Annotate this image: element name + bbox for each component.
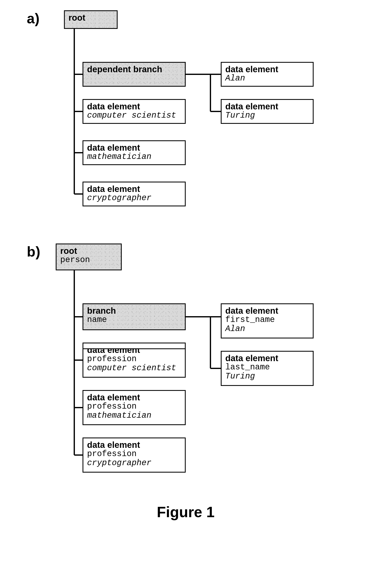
node-b-lastname xyxy=(82,342,186,349)
node-subtitle: last_name xyxy=(225,363,309,372)
node-a-root: root xyxy=(64,10,118,29)
node-a-lastname: data element Turing xyxy=(221,99,314,124)
node-value: cryptographer xyxy=(87,458,181,468)
figure-caption: Figure 1 xyxy=(157,504,214,520)
node-value: mathematician xyxy=(87,152,181,162)
node-subtitle: first_name xyxy=(225,315,309,324)
node-value: Turing xyxy=(225,372,309,381)
node-a-dependent-branch: dependent branch xyxy=(82,62,186,87)
node-subtitle: profession xyxy=(87,450,181,458)
node-b-lastname: data element last_name Turing xyxy=(221,351,314,386)
node-title: data element xyxy=(87,393,181,402)
node-value: Alan xyxy=(225,74,309,83)
node-b-prof-mathematician: data element profession mathematician xyxy=(82,390,186,425)
node-value: mathematician xyxy=(87,411,181,420)
node-title: data element xyxy=(225,102,309,111)
node-b-firstname: data element first_name Alan xyxy=(221,303,314,338)
node-a-prof-mathematician: data element mathematician xyxy=(82,140,186,165)
node-title: data element xyxy=(87,143,181,152)
node-b-root: root person xyxy=(56,244,122,270)
node-title: data element xyxy=(87,184,181,194)
node-title: data element xyxy=(225,354,309,363)
diagram-canvas: a) root dependent branch data element co… xyxy=(0,0,392,583)
node-subtitle: name xyxy=(87,315,181,324)
node-title: data element xyxy=(225,65,309,74)
node-subtitle: profession xyxy=(87,354,181,364)
node-value: computer scientist xyxy=(87,111,181,120)
node-a-prof-cryptographer: data element cryptographer xyxy=(82,182,186,206)
node-value: Turing xyxy=(225,111,309,120)
node-value: Alan xyxy=(225,324,309,334)
node-title: branch xyxy=(87,306,181,315)
node-subtitle: profession xyxy=(87,402,181,411)
node-value: cryptographer xyxy=(87,194,181,203)
node-a-prof-computer-scientist: data element computer scientist xyxy=(82,99,186,124)
node-title: root xyxy=(60,246,117,256)
node-title: data element xyxy=(87,440,181,450)
node-value: computer scientist xyxy=(87,364,181,373)
node-title: data element xyxy=(87,102,181,111)
connectors-a xyxy=(0,0,392,227)
node-a-firstname: data element Alan xyxy=(221,62,314,87)
node-b-branch-name: branch name xyxy=(82,303,186,330)
node-title: root xyxy=(68,13,113,22)
node-subtitle: person xyxy=(60,256,117,264)
part-b-label: b) xyxy=(27,244,40,260)
node-title: data element xyxy=(225,306,309,315)
part-a-label: a) xyxy=(27,10,40,26)
node-title: dependent branch xyxy=(87,65,181,74)
node-b-prof-cryptographer: data element profession cryptographer xyxy=(82,438,186,472)
